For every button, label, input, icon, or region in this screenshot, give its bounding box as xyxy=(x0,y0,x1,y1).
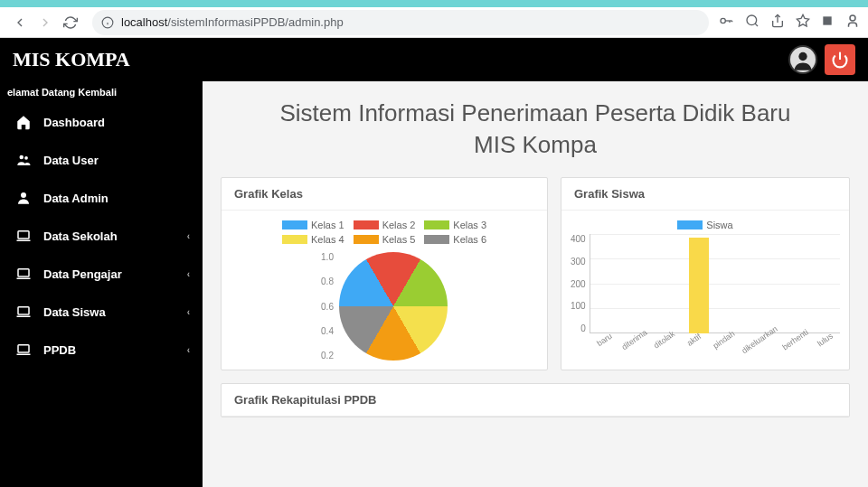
chevron-left-icon: ‹ xyxy=(187,231,190,241)
bar-chart xyxy=(590,234,840,333)
svg-rect-19 xyxy=(18,231,29,239)
url-path: /sistemInformasiPPDB/admin.php xyxy=(167,15,343,29)
panel-kelas-title: Grafik Kelas xyxy=(222,178,547,211)
laptop-icon xyxy=(13,342,34,358)
user-icon xyxy=(13,190,34,206)
chevron-left-icon: ‹ xyxy=(187,345,190,355)
svg-marker-10 xyxy=(797,14,808,26)
sidebar-item-label: Data Siswa xyxy=(43,305,106,319)
laptop-icon xyxy=(13,266,34,282)
main-content: Sistem Informasi Penerimaan Peserta Didi… xyxy=(203,81,868,487)
pie-chart xyxy=(339,252,448,361)
url-host: localhost xyxy=(121,15,167,29)
svg-point-18 xyxy=(21,192,26,198)
sidebar-item-data-pengajar[interactable]: Data Pengajar‹ xyxy=(0,255,203,293)
sidebar-item-dashboard[interactable]: Dashboard xyxy=(0,103,203,141)
svg-point-16 xyxy=(20,155,24,160)
logout-button[interactable] xyxy=(825,44,855,75)
address-bar[interactable]: localhost/sistemInformasiPPDB/admin.php xyxy=(92,10,709,35)
browser-toolbar: localhost/sistemInformasiPPDB/admin.php xyxy=(0,7,868,38)
svg-point-7 xyxy=(747,15,757,25)
panel-rekap-title: Grafik Rekapitulasi PPDB xyxy=(222,384,849,417)
page-subtitle: MIS Kompa xyxy=(221,131,850,159)
bar-legend: Siswa xyxy=(571,220,840,230)
extensions-icon[interactable] xyxy=(821,14,834,31)
laptop-icon xyxy=(13,304,34,320)
app-title: MIS KOMPA xyxy=(13,48,130,71)
svg-point-3 xyxy=(721,18,725,23)
sidebar-item-data-user[interactable]: Data User xyxy=(0,141,203,179)
avatar[interactable] xyxy=(788,45,817,74)
laptop-icon xyxy=(13,228,34,244)
welcome-text: elamat Datang Kembali xyxy=(0,81,203,103)
svg-rect-23 xyxy=(18,307,29,314)
svg-point-14 xyxy=(798,52,807,61)
sidebar-item-label: PPDB xyxy=(43,343,76,357)
page-title: Sistem Informasi Penerimaan Peserta Didi… xyxy=(221,99,850,127)
users-icon xyxy=(13,152,34,168)
sidebar-item-data-siswa[interactable]: Data Siswa‹ xyxy=(0,293,203,331)
bar-y-axis: 4003002001000 xyxy=(571,234,590,333)
sidebar: elamat Datang Kembali DashboardData User… xyxy=(0,81,203,487)
panel-kelas: Grafik Kelas Kelas 1Kelas 2Kelas 3Kelas … xyxy=(221,177,548,370)
bookmark-icon[interactable] xyxy=(796,14,810,32)
chevron-left-icon: ‹ xyxy=(187,269,190,279)
panel-rekap: Grafik Rekapitulasi PPDB xyxy=(221,383,850,417)
sidebar-item-data-sekolah[interactable]: Data Sekolah‹ xyxy=(0,217,203,255)
sidebar-item-ppdb[interactable]: PPDB‹ xyxy=(0,331,203,369)
svg-point-17 xyxy=(24,156,28,160)
sidebar-item-data-admin[interactable]: Data Admin xyxy=(0,179,203,217)
sidebar-item-label: Dashboard xyxy=(43,116,105,129)
chevron-left-icon: ‹ xyxy=(187,307,190,317)
pie-legend: Kelas 1Kelas 2Kelas 3Kelas 4Kelas 5Kelas… xyxy=(249,220,520,245)
sidebar-item-label: Data Pengajar xyxy=(43,267,122,281)
back-button[interactable] xyxy=(7,10,33,35)
bar-legend-label: Siswa xyxy=(706,220,732,230)
svg-point-12 xyxy=(850,15,855,21)
svg-rect-25 xyxy=(18,345,29,352)
panel-siswa: Grafik Siswa Siswa 4003002001000 barudit… xyxy=(561,177,850,370)
svg-rect-11 xyxy=(823,16,831,24)
panel-siswa-title: Grafik Siswa xyxy=(561,178,849,211)
forward-button[interactable] xyxy=(33,10,58,35)
sidebar-item-label: Data Sekolah xyxy=(43,229,118,243)
reload-button[interactable] xyxy=(58,10,83,35)
app-header: MIS KOMPA xyxy=(0,38,868,81)
svg-rect-21 xyxy=(18,269,29,276)
info-icon xyxy=(101,16,114,29)
profile-icon[interactable] xyxy=(844,13,861,33)
share-icon[interactable] xyxy=(770,14,785,32)
zoom-icon[interactable] xyxy=(745,14,760,32)
sidebar-item-label: Data Admin xyxy=(43,192,108,205)
svg-line-8 xyxy=(755,23,758,26)
sidebar-item-label: Data User xyxy=(43,154,99,167)
home-icon xyxy=(13,114,34,130)
bar-x-labels: baruditerimaditolakaktifpindahdikeluarka… xyxy=(590,335,840,344)
key-icon[interactable] xyxy=(718,14,734,32)
chart-y-ticks: 1.00.80.60.40.2 xyxy=(321,252,334,361)
